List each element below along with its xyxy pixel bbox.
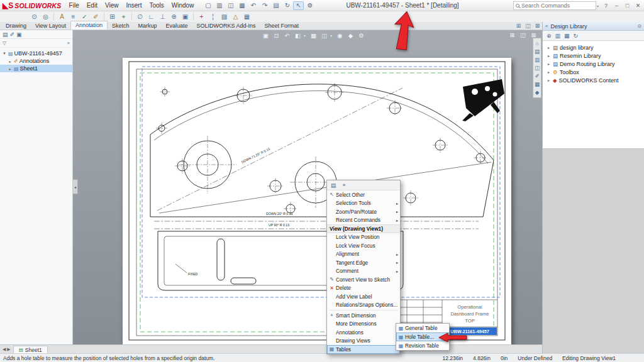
menu-edit[interactable]: Edit: [83, 0, 101, 11]
panel-collapse-handle[interactable]: ◂: [73, 179, 78, 194]
drawing-view-icon[interactable]: ▤: [329, 181, 338, 189]
ctx-item-drawing-views[interactable]: Drawing Views ▸: [327, 337, 400, 346]
auto-balloon-icon[interactable]: ◎: [40, 12, 51, 21]
filter-icon[interactable]: ▽: [3, 40, 6, 46]
tab-sketch[interactable]: Sketch: [108, 22, 134, 30]
menu-window[interactable]: Window: [168, 0, 198, 11]
pane-grid-icon[interactable]: ⊞: [514, 22, 523, 30]
search-input[interactable]: [521, 3, 595, 9]
hole-small[interactable]: [160, 87, 170, 97]
display-style-icon[interactable]: ◫: [319, 31, 329, 40]
library-item-design-library[interactable]: ▸ ▤ design library: [544, 43, 643, 52]
open-document-icon[interactable]: ▥: [214, 1, 225, 10]
close-icon[interactable]: ✕: [633, 1, 643, 9]
file-explorer-icon[interactable]: ▥: [533, 56, 541, 63]
command-search[interactable]: ▾: [513, 1, 596, 10]
refresh-icon[interactable]: ↻: [574, 33, 579, 39]
expander-icon[interactable]: ▸: [547, 53, 551, 58]
menu-view[interactable]: View: [101, 0, 123, 11]
options-icon[interactable]: ⚙: [304, 1, 315, 10]
hole-small[interactable]: [387, 100, 403, 116]
drawing-view-boundary[interactable]: [142, 67, 500, 297]
hole-small[interactable]: [175, 158, 190, 173]
print-icon[interactable]: ▦: [236, 1, 247, 10]
surface-finish-icon[interactable]: ∟: [146, 12, 157, 21]
pane-display-icon[interactable]: ◫: [523, 22, 533, 30]
expander-icon[interactable]: ▸: [8, 59, 13, 63]
tab-view-layout[interactable]: View Layout: [31, 22, 70, 30]
expander-icon[interactable]: ▸: [547, 62, 551, 66]
datum-feature-icon[interactable]: ▣: [180, 12, 191, 21]
graphics-area[interactable]: DOWN 71.20° R 0.13 DOWN 20° R 0.13 UP 90…: [73, 30, 542, 344]
panel-expand-icon[interactable]: »: [67, 40, 70, 46]
drawing-sheet[interactable]: DOWN 71.20° R 0.13 DOWN 20° R 0.13 UP 90…: [123, 58, 511, 344]
design-library-icon[interactable]: ▤: [533, 48, 541, 55]
maximize-icon[interactable]: □: [623, 1, 632, 9]
add-file-location-icon[interactable]: ▥: [555, 33, 561, 39]
expand-pane-icon[interactable]: ⊠: [533, 22, 542, 30]
hole-callout-icon[interactable]: ∅: [135, 12, 145, 21]
custom-properties-icon[interactable]: ▦: [533, 80, 541, 88]
ctx-item-smart-dimension[interactable]: ⌖ Smart Dimension: [327, 311, 400, 320]
model-items-icon[interactable]: ⊞: [107, 12, 118, 21]
menu-tools[interactable]: Tools: [145, 0, 167, 11]
menu-file[interactable]: File: [65, 0, 83, 11]
select-tool-icon[interactable]: ↖: [293, 1, 304, 10]
hole-small[interactable]: [433, 138, 448, 153]
center-mark-icon[interactable]: +: [196, 12, 207, 21]
hole-small[interactable]: [267, 178, 284, 194]
geometric-tolerance-icon[interactable]: ⊕: [169, 12, 179, 21]
pane-grid-icon[interactable]: ⊞: [508, 31, 517, 39]
hole-small[interactable]: [403, 190, 418, 206]
collapse-pane-icon[interactable]: «: [545, 23, 548, 29]
zoom-to-fit-icon[interactable]: ▣: [261, 31, 270, 40]
library-item-resemin-library[interactable]: ▸ ▤ Resemin Library: [544, 52, 643, 60]
tab-drawing[interactable]: Drawing: [1, 22, 31, 30]
smart-dimension-icon[interactable]: ⌖: [118, 12, 129, 21]
tables-icon[interactable]: ▦: [242, 12, 252, 21]
featuremanager-tab-icon[interactable]: ▤: [3, 31, 8, 38]
ctx-item-annotations[interactable]: Annotations ▸: [327, 328, 400, 337]
ctx-item-select-other[interactable]: ↖ Select Other: [327, 190, 400, 199]
ctx-item-alignment[interactable]: Alignment ▸: [327, 250, 400, 259]
section-view-icon[interactable]: ◧: [293, 31, 303, 40]
balloon-icon[interactable]: ⊙: [29, 12, 40, 21]
tab-annotation[interactable]: Annotation: [70, 21, 108, 30]
hole-small[interactable]: [325, 83, 344, 102]
revision-symbol-icon[interactable]: △: [230, 12, 241, 21]
tree-root-row[interactable]: ▼ ▤ UBW-21161-49457: [0, 50, 72, 57]
hole-small[interactable]: [474, 151, 487, 165]
library-item-toolbox[interactable]: ▸ ⚙ Toolbox: [544, 68, 643, 76]
note-icon[interactable]: A: [57, 12, 67, 21]
dropdown-icon[interactable]: ▾: [330, 33, 334, 38]
ctx-item-zoom-pan-rotate[interactable]: Zoom/Pan/Rotate ▸: [327, 207, 400, 216]
search-dropdown-icon[interactable]: ▾: [597, 4, 599, 8]
create-new-folder-icon[interactable]: ▦: [564, 33, 570, 39]
sheet-tab-sheet1[interactable]: ▤ Sheet1: [13, 346, 48, 354]
tab-markup[interactable]: Markup: [133, 22, 161, 30]
undo-icon[interactable]: ↶: [248, 1, 258, 10]
tab-sheet-format[interactable]: Sheet Format: [260, 22, 304, 30]
zoom-to-area-icon[interactable]: ⊡: [272, 31, 281, 40]
area-hatch-icon[interactable]: ▨: [219, 12, 230, 21]
tab-evaluate[interactable]: Evaluate: [161, 22, 192, 30]
ctx-item-relations-snaps-options[interactable]: Relations/Snaps Options...: [327, 301, 400, 310]
expander-icon[interactable]: ▸: [8, 67, 13, 71]
ctx-item-tangent-edge[interactable]: Tangent Edge ▸: [327, 258, 400, 267]
library-item-demo-routing-library[interactable]: ▸ ▤ Demo Routing Library: [544, 60, 643, 68]
dropdown-icon[interactable]: ▾: [304, 33, 308, 38]
smart-dimension-icon[interactable]: ⌖: [340, 181, 348, 189]
resources-icon[interactable]: ⌂: [533, 40, 541, 47]
ctx-item-more-dimensions[interactable]: More Dimensions ▸: [327, 320, 400, 329]
ctx-item-lock-view-position[interactable]: Lock View Position: [327, 233, 400, 242]
hide-show-items-icon[interactable]: ◉: [335, 31, 345, 40]
view-orientation-icon[interactable]: ▦: [309, 31, 318, 40]
linear-note-pattern-icon[interactable]: ≡: [68, 12, 79, 21]
sheet-nav-arrows[interactable]: ◀ ▶: [0, 347, 13, 352]
view-palette-icon[interactable]: ◫: [533, 64, 541, 72]
rebuild-icon[interactable]: ↻: [282, 1, 292, 10]
expander-icon[interactable]: ▸: [547, 45, 551, 50]
ctx-item-convert-view-to-sketch[interactable]: ✎ Convert View to Sketch: [327, 275, 400, 284]
help-icon[interactable]: ?: [601, 1, 611, 9]
expander-icon[interactable]: ▸: [547, 70, 551, 74]
